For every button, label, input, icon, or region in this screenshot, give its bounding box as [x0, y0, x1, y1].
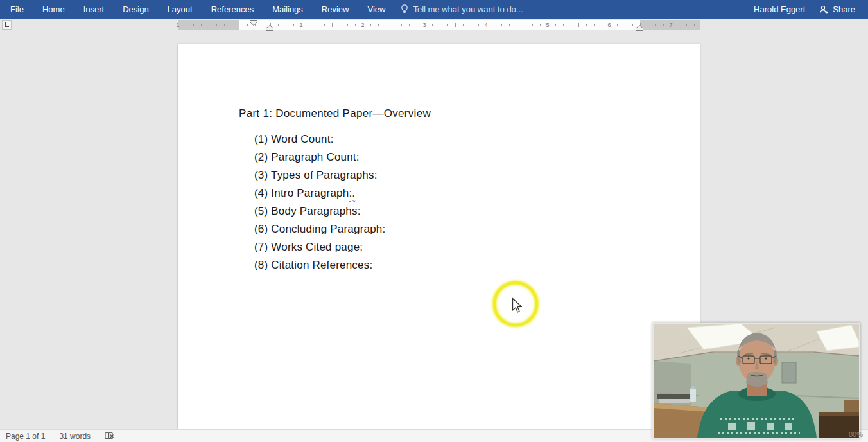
ruler-tick	[509, 24, 510, 26]
ruler-tick	[378, 24, 379, 26]
ruler-tick	[278, 24, 279, 26]
ruler-tick	[578, 23, 579, 27]
ruler-number: 2	[359, 21, 367, 29]
ruler-tick	[594, 24, 595, 26]
doc-line-text: (5) Body Paragraphs:	[254, 205, 361, 217]
water-bottle	[690, 388, 696, 402]
ruler-tick	[432, 24, 433, 26]
menu-tab-insert[interactable]: Insert	[83, 4, 105, 14]
page-indicator[interactable]: Page 1 of 1	[6, 432, 45, 441]
ruler-tick	[571, 24, 571, 26]
webcam-scene	[654, 324, 859, 438]
ruler-tick	[293, 24, 294, 26]
ruler-tick	[286, 24, 286, 26]
webcam-overlay	[652, 323, 860, 439]
ruler-tick	[555, 24, 556, 26]
ruler-number: 1	[174, 21, 182, 29]
document-list[interactable]: (1) Word Count:(2) Paragraph Count:(3) T…	[254, 130, 385, 274]
doc-line-8[interactable]: (8) Citation References:	[254, 256, 385, 274]
ruler-tick	[440, 24, 440, 26]
ruler-tick	[401, 24, 402, 26]
menu-tab-view[interactable]: View	[367, 4, 385, 14]
menu-tab-review[interactable]: Review	[322, 4, 349, 14]
document-heading[interactable]: Part 1: Documented Paper—Overview	[239, 107, 431, 120]
doc-line-4[interactable]: (4) Intro Paragraph:.	[254, 184, 385, 202]
menu-tab-layout[interactable]: Layout	[168, 4, 193, 14]
ruler-tick	[617, 24, 618, 26]
ruler-tick	[517, 23, 517, 27]
doc-line-1[interactable]: (1) Word Count:	[254, 130, 385, 148]
document-page[interactable]: Part 1: Documented Paper—Overview (1) Wo…	[178, 44, 700, 429]
ruler-tick	[417, 24, 417, 26]
ruler-tick	[663, 24, 664, 26]
doc-line-6[interactable]: (6) Concluding Paragraph:	[254, 220, 385, 238]
zoom-level-fragment[interactable]: 00%	[849, 430, 863, 438]
ruler-tick	[309, 24, 309, 26]
doc-line-2[interactable]: (2) Paragraph Count:	[254, 148, 385, 166]
ruler-tick	[347, 24, 348, 26]
tell-me-placeholder: Tell me what you want to do...	[413, 4, 523, 14]
horizontal-ruler[interactable]: 11234567	[0, 20, 868, 30]
ruler-tick	[586, 24, 587, 26]
tell-me-box[interactable]: Tell me what you want to do...	[401, 4, 523, 14]
ruler-tick	[193, 24, 194, 26]
first-line-indent-marker[interactable]	[250, 20, 257, 26]
ruler-number: 4	[482, 21, 490, 29]
menu-tab-file[interactable]: File	[10, 4, 24, 14]
doc-line-text: (8) Citation References:	[254, 259, 372, 271]
ruler-tick	[625, 24, 625, 26]
doc-line-5[interactable]: (5) Body Paragraphs:	[254, 202, 385, 220]
ruler-tick	[494, 24, 494, 26]
menu-tab-home[interactable]: Home	[42, 4, 65, 14]
ruler-tick	[563, 24, 564, 26]
menu-tab-mailings[interactable]: Mailings	[272, 4, 303, 14]
ruler-tick	[478, 24, 479, 26]
ruler-tick	[355, 24, 356, 26]
ruler-tick	[216, 24, 217, 26]
hanging-indent-marker[interactable]	[266, 25, 273, 31]
doc-line-7[interactable]: (7) Works Cited page:	[254, 238, 385, 256]
right-indent-marker[interactable]	[636, 25, 643, 31]
paper-tray	[657, 394, 691, 399]
menu-tab-design[interactable]: Design	[123, 4, 148, 14]
ruler-number: 6	[605, 21, 613, 29]
doc-line-text: (1) Word Count:	[254, 133, 334, 145]
share-label: Share	[833, 4, 855, 14]
side-table	[844, 400, 859, 414]
ruler-tick	[332, 23, 333, 27]
grammar-squiggle: :.	[349, 187, 355, 199]
ruler-number: 7	[667, 21, 675, 29]
ruler-tick	[340, 24, 340, 26]
doc-line-3[interactable]: (3) Types of Paragraphs:	[254, 166, 385, 184]
ruler-tick	[386, 24, 386, 26]
ruler-tick	[455, 23, 456, 27]
user-name[interactable]: Harold Eggert	[754, 4, 805, 14]
menu-tab-references[interactable]: References	[211, 4, 254, 14]
ruler-tick	[447, 24, 448, 26]
person-plus-icon	[819, 5, 829, 14]
ruler-tick	[602, 24, 602, 26]
ruler-tick	[394, 23, 394, 27]
doc-line-text: (4) Intro Paragraph	[254, 187, 349, 199]
ruler-tick	[679, 24, 679, 26]
word-count[interactable]: 31 words	[59, 432, 91, 441]
ruler-tick	[694, 24, 695, 26]
word-window: FileHomeInsertDesignLayoutReferencesMail…	[0, 0, 868, 442]
ruler-tick	[655, 24, 656, 26]
ruler-tick	[186, 24, 186, 26]
doc-line-text: (3) Types of Paragraphs:	[254, 169, 378, 181]
mouse-cursor	[512, 297, 523, 314]
doc-line-text: (2) Paragraph Count:	[254, 151, 360, 163]
ruler-tick	[324, 24, 325, 26]
ruler-tick	[540, 24, 541, 26]
ruler-tick	[263, 24, 263, 26]
ruler-tick	[532, 24, 533, 26]
ruler-tick	[632, 24, 633, 26]
ruler-tick	[501, 24, 502, 26]
ruler-number: 3	[421, 21, 428, 29]
lightbulb-icon	[401, 4, 408, 14]
share-button[interactable]: Share	[814, 3, 860, 16]
proofing-errors-icon[interactable]	[105, 432, 114, 440]
wall-vent	[782, 362, 796, 383]
ruler-tick	[463, 24, 464, 26]
